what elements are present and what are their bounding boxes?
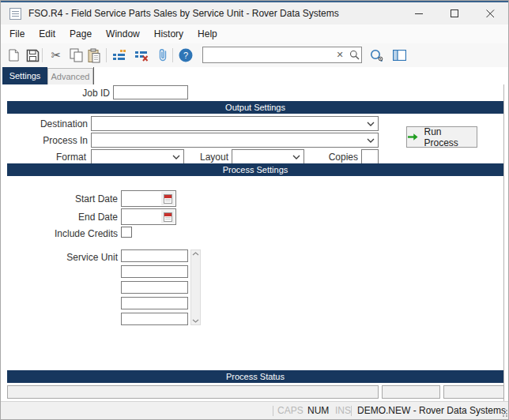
menu-history[interactable]: History [147,26,190,42]
process-in-dropdown[interactable] [91,133,379,148]
scroll-up-icon[interactable] [192,252,199,256]
layout-panels-icon[interactable] [390,46,409,65]
end-date-calendar-button[interactable] [161,210,175,223]
output-settings-header: Output Settings [7,101,503,114]
include-credits-checkbox[interactable] [121,227,132,238]
application-window: FSO.R4 - Field Service Parts Sales by Se… [0,0,509,420]
menu-page[interactable]: Page [62,26,99,42]
resize-grip[interactable] [501,410,508,417]
format-label: Format [15,151,86,163]
destination-dropdown[interactable] [91,116,379,131]
service-unit-input[interactable] [121,281,188,294]
new-document-icon[interactable] [4,46,23,65]
window-title: FSO.R4 - Field Service Parts Sales by Se… [28,8,339,19]
menu-edit[interactable]: Edit [32,26,62,42]
service-unit-input[interactable] [121,249,188,262]
help-icon[interactable]: ? [176,46,195,65]
calendar-icon [164,194,172,204]
search-icon[interactable] [347,47,361,62]
chevron-down-icon [292,155,300,159]
chevron-down-icon [172,155,180,159]
start-date-calendar-button[interactable] [161,192,175,205]
menu-help[interactable]: Help [190,26,224,42]
chevron-down-icon [367,122,375,126]
tab-settings[interactable]: Settings [2,67,47,84]
ins-indicator: INS [335,402,351,419]
process-status-cell [382,385,440,399]
app-icon[interactable] [9,8,21,20]
run-process-label: Run Process [424,126,477,148]
statusbar-separator [351,406,352,416]
end-date-input[interactable] [123,210,162,223]
end-date-field [121,208,176,225]
run-arrow-icon [407,133,419,141]
copies-label: Copies [315,151,358,163]
num-indicator: NUM [307,402,329,419]
clear-search-icon[interactable]: ✕ [333,47,347,62]
search-view-icon[interactable] [368,46,386,65]
calendar-icon [164,212,172,222]
scroll-down-icon[interactable] [192,319,199,323]
statusbar-separator [273,406,273,416]
job-id-input[interactable] [113,85,188,99]
process-settings-header: Process Settings [7,163,503,176]
status-bar: CAPS NUM INS DEMO.NEW - Rover Data Syste… [1,401,509,419]
cut-icon[interactable]: ✂ [47,46,66,65]
menu-file[interactable]: File [2,26,32,42]
job-id-label: Job ID [47,87,110,99]
include-credits-label: Include Credits [31,227,118,240]
start-date-input[interactable] [123,192,162,205]
chevron-down-icon [367,138,375,143]
toolbar-separator [42,48,43,62]
service-unit-label: Service Unit [47,251,118,264]
attachment-icon[interactable] [153,46,172,65]
window-controls [402,2,508,24]
process-status-header: Process Status [7,370,503,383]
toolbar-separator [106,48,107,62]
service-unit-input[interactable] [121,265,188,278]
process-in-label: Process In [15,134,88,147]
start-date-field [121,190,176,207]
start-date-label: Start Date [47,193,118,205]
paste-icon[interactable] [85,46,104,65]
copies-input[interactable] [361,149,379,164]
service-unit-scrollbar[interactable] [190,249,201,325]
destination-label: Destination [15,118,88,130]
service-unit-input[interactable] [121,297,188,309]
content-right-border [503,84,504,401]
layout-label: Layout [189,151,228,163]
toolbar-search: ✕ [202,47,362,63]
add-record-icon[interactable] [110,46,129,65]
maximize-button[interactable] [437,2,473,24]
close-button[interactable] [473,2,508,24]
tab-strip-edge [93,67,94,84]
copy-icon[interactable] [66,46,85,65]
minimize-button[interactable] [402,2,437,24]
menu-bar: File Edit Page Window History Help [1,24,509,43]
save-icon[interactable] [23,46,42,65]
connection-context: DEMO.NEW - Rover Data Systems [357,402,506,419]
search-input[interactable] [203,48,333,62]
layout-dropdown[interactable] [232,149,304,164]
toolbar: ✂ ? ✕ [1,43,509,67]
process-status-cell [443,385,504,399]
delete-record-icon[interactable] [132,46,151,65]
caps-indicator: CAPS [277,402,304,419]
service-unit-input[interactable] [121,313,188,325]
format-dropdown[interactable] [91,149,184,164]
menu-window[interactable]: Window [99,26,147,42]
process-status-message [7,385,379,399]
svg-text:?: ? [183,51,188,60]
end-date-label: End Date [47,211,118,223]
tab-advanced[interactable]: Advanced [47,68,93,84]
toolbar-separator [172,48,173,62]
run-process-button[interactable]: Run Process [406,126,477,148]
